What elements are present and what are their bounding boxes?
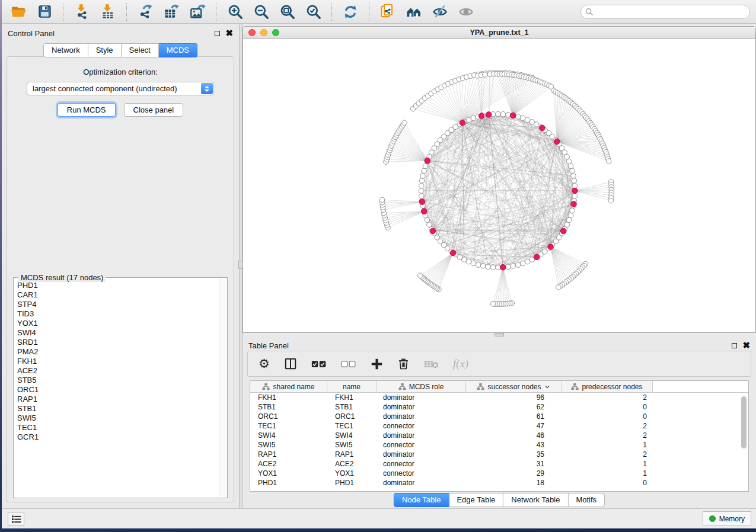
mcds-result-item[interactable]: SRD1 — [17, 338, 218, 347]
table-scrollbar[interactable] — [741, 394, 747, 489]
search-icon — [585, 8, 594, 16]
unselect-all-columns-icon[interactable] — [341, 360, 356, 368]
refresh-layout-button[interactable] — [337, 2, 363, 22]
export-image-button[interactable] — [184, 2, 210, 22]
float-panel-icon[interactable] — [732, 343, 737, 348]
mcds-result-list[interactable]: PHD1CAR1STP4TID3YOX1SWI4SRD1PMA2FKH1ACE2… — [14, 278, 218, 497]
show-hidden-button[interactable] — [453, 2, 479, 22]
export-network-button[interactable] — [132, 2, 158, 22]
search-field[interactable] — [580, 5, 750, 19]
table-row[interactable]: SWI5SWI5connector431 — [250, 440, 748, 450]
tab-node-table[interactable]: Node Table — [394, 493, 449, 507]
network-window-title: YPA_prune.txt_1 — [243, 28, 755, 37]
column-header-successor-nodes[interactable]: successor nodes — [466, 381, 562, 393]
zoom-in-button[interactable] — [222, 2, 248, 22]
column-header-name[interactable]: name — [327, 381, 377, 393]
delete-table-icon[interactable] — [424, 359, 439, 369]
search-input[interactable] — [594, 8, 749, 16]
control-panel-header: Control Panel ✖ — [2, 24, 239, 39]
mcds-result-item[interactable]: YOX1 — [17, 319, 218, 328]
trash-icon[interactable] — [397, 357, 410, 370]
first-neighbors-button[interactable] — [401, 2, 427, 22]
column-header-shared-name[interactable]: shared name — [250, 381, 327, 393]
mcds-result-item[interactable]: ACE2 — [17, 366, 218, 376]
table-row[interactable]: SWI4SWI4dominator462 — [250, 431, 748, 440]
mcds-result-item[interactable]: PHD1 — [17, 281, 218, 290]
network-from-selection-button[interactable] — [375, 2, 401, 22]
save-session-button[interactable] — [31, 2, 58, 22]
column-header-MCDS-role[interactable]: MCDS role — [377, 381, 466, 393]
tab-network-table[interactable]: Network Table — [503, 493, 568, 507]
hide-selected-icon — [432, 4, 448, 20]
table-cell: dominator — [377, 431, 466, 440]
mcds-result-item[interactable]: TEC1 — [17, 423, 218, 432]
mcds-result-item[interactable]: GCR1 — [17, 432, 218, 442]
table-row[interactable]: FKH1FKH1dominator962 — [250, 393, 748, 402]
table-row[interactable]: PHD1PHD1dominator180 — [250, 478, 748, 488]
table-cell: ACE2 — [250, 460, 327, 468]
criterion-dropdown[interactable]: largest connected component (undirected) — [27, 82, 214, 95]
dropdown-stepper-icon — [201, 83, 213, 94]
mcds-list-scrollbar[interactable] — [219, 278, 227, 497]
tab-select[interactable]: Select — [122, 43, 159, 57]
select-all-columns-icon[interactable] — [311, 360, 327, 368]
table-row[interactable]: STB1STB1dominator620 — [250, 402, 748, 412]
tab-network[interactable]: Network — [43, 43, 88, 57]
close-panel-icon[interactable]: ✖ — [742, 342, 750, 348]
zoom-out-button[interactable] — [248, 2, 274, 22]
node-table: shared namenameMCDS rolesuccessor nodesp… — [250, 380, 749, 492]
run-mcds-button[interactable]: Run MCDS — [58, 103, 116, 117]
import-network-button[interactable] — [69, 2, 95, 22]
mcds-result-item[interactable]: ORC1 — [17, 385, 218, 395]
table-row[interactable]: YOX1YOX1connector291 — [250, 469, 748, 478]
table-cell: TEC1 — [250, 422, 327, 430]
table-cell: connector — [377, 441, 466, 449]
toolbar-separator — [63, 3, 63, 21]
network-canvas[interactable] — [243, 40, 755, 332]
tab-mcds[interactable]: MCDS — [159, 43, 197, 57]
mcds-result-item[interactable]: STP4 — [17, 300, 218, 309]
table-cell: 2 — [562, 393, 653, 402]
open-folder-button[interactable] — [5, 2, 31, 22]
table-row[interactable]: ORC1ORC1dominator610 — [250, 412, 748, 421]
task-history-button[interactable] — [8, 512, 24, 526]
table-cell: ORC1 — [250, 412, 327, 421]
zoom-fit-button[interactable] — [274, 2, 300, 22]
add-icon[interactable] — [371, 358, 383, 370]
float-panel-icon[interactable] — [215, 31, 220, 36]
show-columns-icon[interactable] — [284, 357, 297, 370]
gear-icon[interactable]: ⚙ — [259, 358, 270, 370]
mcds-result-item[interactable]: STB5 — [17, 376, 218, 385]
column-header-predecessor-nodes[interactable]: predecessor nodes — [562, 381, 653, 393]
mcds-result-item[interactable]: FKH1 — [17, 357, 218, 366]
tab-style[interactable]: Style — [88, 43, 122, 57]
task-list-icon — [11, 515, 21, 524]
memory-button[interactable]: Memory — [703, 511, 751, 526]
mcds-result-item[interactable]: PMA2 — [17, 347, 218, 357]
close-panel-icon[interactable]: ✖ — [225, 30, 233, 36]
mcds-result-item[interactable]: SWI4 — [17, 328, 218, 338]
network-window-titlebar: YPA_prune.txt_1 — [243, 27, 755, 39]
table-row[interactable]: ACE2ACE2connector311 — [250, 459, 748, 469]
import-table-button[interactable] — [95, 2, 121, 22]
tab-edge-table[interactable]: Edge Table — [449, 493, 503, 507]
table-scrollbar-thumb[interactable] — [741, 396, 747, 448]
zoom-selected-button[interactable] — [300, 2, 326, 22]
table-cell: ORC1 — [327, 412, 377, 421]
mcds-result-item[interactable]: RAP1 — [17, 395, 218, 404]
hide-selected-button[interactable] — [427, 2, 453, 22]
export-table-icon — [164, 4, 180, 20]
mcds-result-item[interactable]: STB1 — [17, 404, 218, 414]
mcds-result-item[interactable]: CAR1 — [17, 290, 218, 300]
function-builder-icon[interactable]: f(x) — [453, 357, 468, 370]
table-panel-title: Table Panel — [248, 341, 289, 350]
mcds-result-item[interactable]: SWI5 — [17, 414, 218, 423]
close-panel-button[interactable]: Close panel — [124, 103, 184, 117]
mcds-result-item[interactable]: TID3 — [17, 309, 218, 319]
tab-motifs[interactable]: Motifs — [568, 493, 605, 507]
export-table-button[interactable] — [158, 2, 184, 22]
table-cell: YOX1 — [327, 469, 377, 477]
network-canvas-container — [243, 40, 755, 332]
table-row[interactable]: TEC1TEC1connector472 — [250, 421, 748, 431]
table-row[interactable]: RAP1RAP1dominator352 — [250, 450, 748, 459]
